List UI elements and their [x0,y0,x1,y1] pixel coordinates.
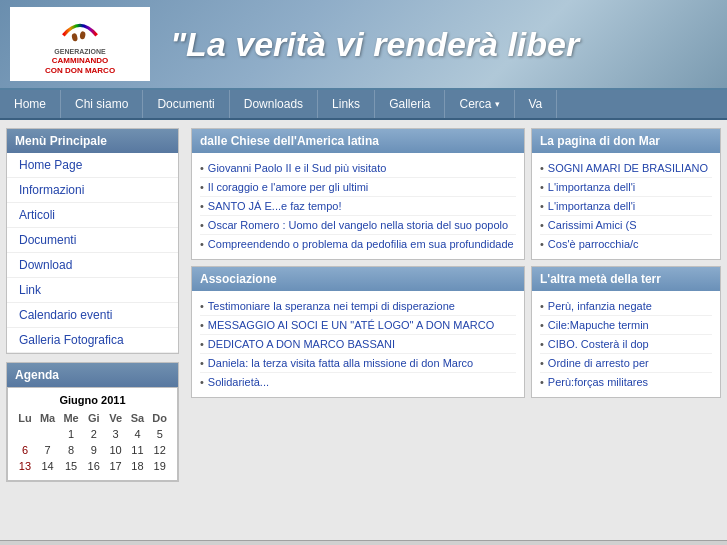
sidebar-item-calendario[interactable]: Calendario eventi [7,303,178,328]
site-header: GENERAZIONE CAMMINANDOCON DON MARCO "La … [0,0,727,90]
assoc-item-0[interactable]: • Testimoniare la speranza nei tempi di … [200,297,516,316]
sidebar-item-homepage[interactable]: Home Page [7,153,178,178]
main-area: Menù Principale Home Page Informazioni A… [0,120,727,540]
chiese-item-4[interactable]: • Compreendendo o problema da pedofilia … [200,235,516,253]
don-marco-block: La pagina di don Mar • SOGNI AMARI DE BR… [531,128,721,260]
cal-cell: 16 [83,458,105,474]
cal-day-sa: Sa [127,410,149,426]
cal-day-lu: Lu [14,410,36,426]
bullet-icon: • [540,200,544,212]
chiese-body: • Giovanni Paolo II e il Sud più visitat… [192,153,524,259]
agenda-title: Agenda [7,363,178,387]
bullet-icon: • [540,319,544,331]
logo-main-text: CAMMINANDOCON DON MARCO [45,56,115,75]
altra-item-1[interactable]: • Cile:Mapuche termin [540,316,712,335]
cal-cell: 11 [127,442,149,458]
nav-links[interactable]: Links [318,90,375,118]
altra-item-0[interactable]: • Perù, infanzia negate [540,297,712,316]
chiese-title: dalle Chiese dell'America latina [192,129,524,153]
assoc-item-4[interactable]: • Solidarietà... [200,373,516,391]
chiese-item-1[interactable]: • Il coraggio e l'amore per gli ultimi [200,178,516,197]
svg-point-1 [79,31,86,40]
nav-cerca[interactable]: Cerca ▾ [445,90,514,118]
donmarco-item-2[interactable]: • L'importanza dell'i [540,197,712,216]
logo-icon [60,12,100,42]
cal-cell: 13 [14,458,36,474]
cal-cell: 10 [105,442,127,458]
assoc-item-1[interactable]: • MESSAGGIO AI SOCI E UN "ATÉ LOGO" A DO… [200,316,516,335]
cal-cell: 19 [148,458,171,474]
content-col-right: La pagina di don Mar • SOGNI AMARI DE BR… [531,128,721,532]
logo-top-text: GENERAZIONE [45,47,115,56]
altra-item-2[interactable]: • CIBO. Costerà il dop [540,335,712,354]
site-title: "La verità vi renderà liber [160,25,579,64]
main-menu-title: Menù Principale [7,129,178,153]
agenda-block: Agenda Giugno 2011 Lu Ma Me Gi Ve Sa Do [6,362,179,482]
nav-home[interactable]: Home [0,90,61,118]
cal-cell: 17 [105,458,127,474]
bullet-icon: • [200,219,204,231]
bullet-icon: • [540,238,544,250]
sidebar-item-galleria[interactable]: Galleria Fotografica [7,328,178,353]
bullet-icon: • [540,376,544,388]
donmarco-item-4[interactable]: • Cos'è parrocchia/c [540,235,712,253]
cal-cell: 2 [83,426,105,442]
bullet-icon: • [200,357,204,369]
cal-day-ma: Ma [36,410,59,426]
cal-cell [14,426,36,442]
donmarco-item-1[interactable]: • L'importanza dell'i [540,178,712,197]
associazione-block: Associazione • Testimoniare la speranza … [191,266,525,398]
cal-cell: 5 [148,426,171,442]
calendar-month: Giugno 2011 [14,394,171,406]
chiese-block: dalle Chiese dell'America latina • Giova… [191,128,525,260]
don-marco-body: • SOGNI AMARI DE BRASILIANO • L'importan… [532,153,720,259]
cal-cell: 8 [59,442,82,458]
sidebar-item-documenti[interactable]: Documenti [7,228,178,253]
chiese-item-0[interactable]: • Giovanni Paolo II e il Sud più visitat… [200,159,516,178]
cal-cell: 4 [127,426,149,442]
chiese-item-2[interactable]: • SANTO JÁ E...e faz tempo! [200,197,516,216]
donmarco-item-3[interactable]: • Carissimi Amici (S [540,216,712,235]
assoc-item-3[interactable]: • Daniela: la terza visita fatta alla mi… [200,354,516,373]
sidebar-item-articoli[interactable]: Articoli [7,203,178,228]
bullet-icon: • [540,338,544,350]
nav-va[interactable]: Va [515,90,558,118]
nav-chi-siamo[interactable]: Chi siamo [61,90,143,118]
navbar: Home Chi siamo Documenti Downloads Links… [0,90,727,120]
svg-point-0 [71,33,78,42]
altra-item-3[interactable]: • Ordine di arresto per [540,354,712,373]
sidebar: Menù Principale Home Page Informazioni A… [0,120,185,540]
cal-day-gi: Gi [83,410,105,426]
nav-documenti[interactable]: Documenti [143,90,229,118]
sidebar-item-link[interactable]: Link [7,278,178,303]
bullet-icon: • [540,300,544,312]
nav-downloads[interactable]: Downloads [230,90,318,118]
bullet-icon: • [200,376,204,388]
bullet-icon: • [540,357,544,369]
bullet-icon: • [540,219,544,231]
altra-meta-body: • Perù, infanzia negate • Cile:Mapuche t… [532,291,720,397]
nav-galleria[interactable]: Galleria [375,90,445,118]
logo-text: GENERAZIONE CAMMINANDOCON DON MARCO [45,12,115,75]
cal-cell: 6 [14,442,36,458]
altra-meta-title: L'altra metà della terr [532,267,720,291]
altra-meta-block: L'altra metà della terr • Perù, infanzia… [531,266,721,398]
bullet-icon: • [200,338,204,350]
content-area: dalle Chiese dell'America latina • Giova… [185,120,727,540]
chiese-item-3[interactable]: • Oscar Romero : Uomo del vangelo nella … [200,216,516,235]
cal-cell: 7 [36,442,59,458]
main-menu-block: Menù Principale Home Page Informazioni A… [6,128,179,354]
cal-cell: 9 [83,442,105,458]
cal-cell: 14 [36,458,59,474]
bullet-icon: • [200,238,204,250]
altra-item-4[interactable]: • Perù:forças militares [540,373,712,391]
cal-day-do: Do [148,410,171,426]
cal-day-ve: Ve [105,410,127,426]
calendar: Giugno 2011 Lu Ma Me Gi Ve Sa Do [7,387,178,481]
sidebar-item-informazioni[interactable]: Informazioni [7,178,178,203]
donmarco-item-0[interactable]: • SOGNI AMARI DE BRASILIANO [540,159,712,178]
bottom-bar [0,540,727,545]
bullet-icon: • [540,162,544,174]
assoc-item-2[interactable]: • DEDICATO A DON MARCO BASSANI [200,335,516,354]
sidebar-item-download[interactable]: Download [7,253,178,278]
